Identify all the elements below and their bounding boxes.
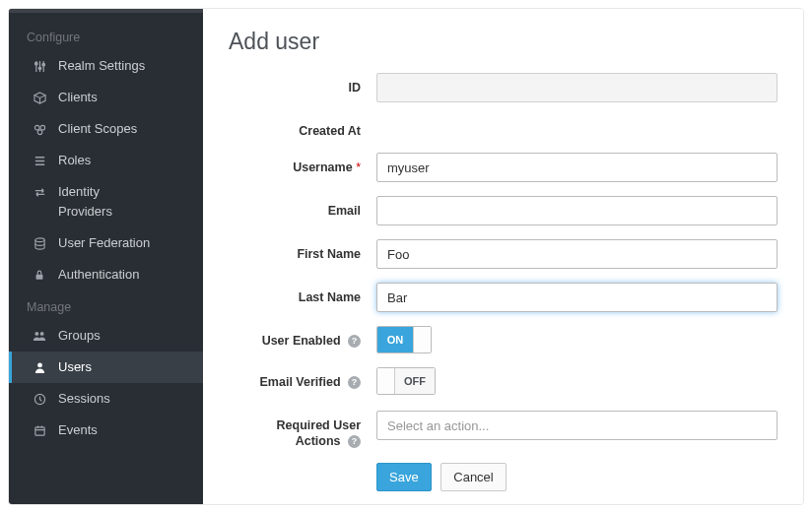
main-content: Add user ID Created At Username * Email … [203, 9, 803, 504]
svg-point-7 [39, 125, 44, 130]
help-icon[interactable]: ? [348, 435, 361, 448]
svg-point-12 [34, 237, 43, 241]
save-button[interactable]: Save [376, 463, 432, 491]
email-verified-toggle[interactable]: OFF [376, 367, 436, 395]
sidebar-item-label: Groups [58, 328, 189, 344]
label-required-actions: Required User Actions ? [229, 411, 376, 449]
sidebar-item-events[interactable]: Events [9, 415, 203, 446]
svg-point-6 [34, 125, 39, 130]
svg-rect-13 [36, 274, 43, 279]
user-enabled-toggle[interactable]: ON [376, 326, 432, 353]
help-icon[interactable]: ? [348, 376, 361, 389]
sidebar-item-authentication[interactable]: Authentication [9, 259, 203, 290]
sidebar-item-groups[interactable]: Groups [9, 320, 203, 352]
first-name-field[interactable] [376, 239, 778, 269]
sidebar-item-clients[interactable]: Clients [9, 82, 203, 113]
sidebar-item-user-federation[interactable]: User Federation [9, 227, 203, 259]
sidebar-item-client-scopes[interactable]: Client Scopes [9, 113, 203, 145]
lock-icon [29, 269, 50, 282]
svg-rect-18 [34, 426, 43, 434]
label-last-name: Last Name [229, 283, 376, 305]
id-field [376, 73, 778, 102]
svg-point-14 [34, 331, 38, 335]
database-icon [29, 237, 50, 250]
calendar-icon [29, 424, 50, 437]
sidebar-item-label: Authentication [58, 267, 189, 283]
svg-point-4 [38, 67, 41, 70]
label-email-verified: Email Verified ? [229, 367, 376, 390]
sidebar-item-identity-providers[interactable]: Identity Providers [9, 176, 203, 227]
cancel-button[interactable]: Cancel [440, 463, 506, 491]
user-icon [29, 361, 50, 374]
sidebar-item-label: Clients [58, 90, 189, 105]
clock-icon [29, 393, 50, 406]
list-icon [29, 155, 50, 167]
sidebar-item-roles[interactable]: Roles [9, 145, 203, 176]
sidebar-item-label: User Federation [58, 235, 189, 251]
sidebar-item-label: Identity [58, 184, 189, 200]
label-id: ID [229, 73, 376, 96]
sidebar-item-label: Events [58, 422, 189, 438]
group-icon [29, 330, 50, 343]
sidebar-item-sessions[interactable]: Sessions [9, 383, 203, 415]
sidebar-item-label: Client Scopes [58, 121, 189, 137]
svg-point-15 [40, 331, 44, 335]
toggle-off-label: OFF [395, 368, 435, 394]
toggle-on-label: ON [377, 327, 413, 353]
sidebar-item-label: Roles [58, 153, 189, 168]
required-actions-select[interactable]: Select an action... [376, 411, 778, 440]
sidebar-item-users[interactable]: Users [9, 352, 203, 383]
label-first-name: First Name [229, 239, 376, 262]
scopes-icon [29, 123, 50, 136]
label-user-enabled: User Enabled ? [229, 326, 376, 349]
svg-point-3 [34, 62, 37, 65]
sidebar-item-realm-settings[interactable]: Realm Settings [9, 50, 203, 82]
sidebar-section-manage: Manage [9, 290, 203, 320]
sidebar-section-configure: Configure [9, 21, 203, 50]
last-name-field[interactable] [376, 283, 778, 312]
cube-icon [29, 92, 50, 104]
sidebar-item-label: Sessions [58, 391, 189, 407]
sidebar-item-label: Users [58, 359, 189, 375]
svg-point-16 [37, 362, 42, 367]
page-title: Add user [229, 29, 778, 55]
svg-point-8 [37, 129, 42, 134]
username-field[interactable] [376, 153, 778, 182]
sidebar-item-label-line2: Providers [29, 204, 189, 220]
svg-point-5 [41, 63, 44, 66]
toggle-knob [413, 327, 431, 353]
sliders-icon [29, 60, 50, 73]
label-created-at: Created At [229, 116, 376, 139]
email-field[interactable] [376, 196, 778, 225]
label-username: Username * [229, 153, 376, 175]
help-icon[interactable]: ? [348, 335, 361, 348]
label-email: Email [229, 196, 376, 219]
exchange-icon [29, 186, 50, 199]
sidebar: Configure Realm Settings Clients Client … [9, 9, 203, 504]
toggle-knob [377, 368, 395, 394]
sidebar-item-label: Realm Settings [58, 58, 189, 74]
